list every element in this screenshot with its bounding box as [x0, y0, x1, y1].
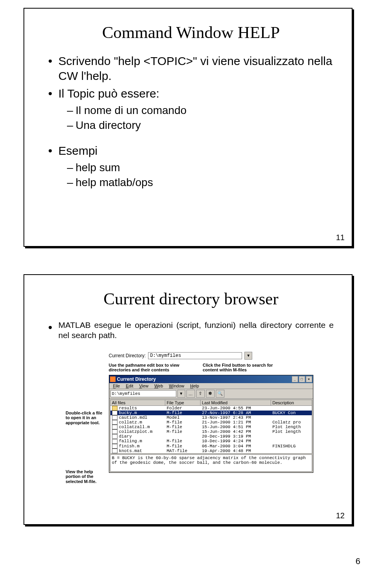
current-dir-label: Current Directory: — [109, 353, 146, 358]
file-row[interactable]: collatzall.mM-file15-Jun-2000 4:51 PMPlo… — [110, 425, 312, 429]
file-icon — [112, 439, 118, 444]
screenshot-mock: Current Directory: D:\mymfiles ▼ Use the… — [66, 352, 316, 473]
file-icon — [112, 429, 118, 434]
file-icon — [112, 434, 118, 439]
maximize-button[interactable]: □ — [299, 376, 305, 382]
file-row[interactable]: diary20-Dec-1999 3:19 PM — [110, 434, 312, 439]
current-directory-window: Current Directory _ □ × FileEditViewWebW… — [109, 375, 313, 473]
slide2-title: Current directory browser — [46, 289, 336, 308]
col-lastmod[interactable]: Last Modified — [201, 400, 271, 405]
file-row[interactable]: bucky.mM-file27-Nov-1997 6:28 AMBUCKY Co… — [110, 411, 312, 415]
up-folder-icon[interactable]: ⇧ — [196, 390, 205, 398]
file-icon — [112, 425, 118, 429]
close-button[interactable]: × — [306, 376, 312, 382]
slide1-sub3a: help sum — [67, 161, 336, 175]
current-dir-input[interactable]: D:\mymfiles — [148, 352, 242, 359]
minimize-button[interactable]: _ — [292, 376, 298, 382]
browse-button[interactable]: … — [186, 390, 195, 398]
file-icon — [112, 415, 118, 420]
page-number: 6 — [356, 556, 360, 566]
help-preview: B = BUCKY is the 60-by-60 sparse adjacen… — [110, 454, 312, 472]
top-callouts: Use the pathname edit box to view direct… — [109, 363, 316, 373]
file-icon — [112, 444, 118, 449]
col-filetype[interactable]: File Type — [165, 400, 201, 405]
slide1-bullet2-text: Il Topic può essere: — [58, 87, 159, 100]
slide2-number: 12 — [336, 511, 345, 520]
slide1-bullet3: Esempi help sum help matlab/ops — [48, 143, 336, 190]
slide2-bullet: MATLAB esegue le operazioni (script, fun… — [48, 320, 336, 341]
file-row[interactable]: falling.mM-file10-Dec-1999 4:24 PM — [110, 439, 312, 443]
slide1-sub2b: Una directory — [67, 118, 336, 132]
folder-icon — [112, 406, 118, 411]
slide1-sub2a: Il nome di un comando — [67, 103, 336, 118]
menu-web[interactable]: Web — [152, 384, 165, 388]
slide1-bullet2: Il Topic può essere: Il nome di un coman… — [48, 86, 336, 132]
window-title: Current Directory — [117, 376, 156, 382]
file-list: All files File Type Last Modified Descri… — [110, 400, 312, 454]
slide-1: Command Window HELP Scrivendo "help <TOP… — [24, 8, 352, 247]
toolbar: D:\mymfiles ▼ … ⇧ ✽ 🔍 — [109, 389, 313, 399]
new-folder-icon[interactable]: ✽ — [206, 390, 215, 398]
menu-view[interactable]: View — [137, 384, 151, 388]
col-allfiles[interactable]: All files — [110, 400, 165, 405]
menu-window[interactable]: Window — [166, 384, 186, 388]
file-row[interactable]: resultsFolder23-Jun-2000 4:55 PM — [110, 406, 312, 411]
window-titlebar: Current Directory _ □ × — [109, 375, 313, 383]
file-row[interactable]: finish.mM-file06-Mar-2000 3:04 PMFINISHD… — [110, 444, 312, 449]
current-dir-row: Current Directory: D:\mymfiles ▼ — [109, 352, 316, 360]
file-row[interactable]: knots.matMAT-file19-Apr-2000 4:48 PM — [110, 449, 312, 453]
menu-help[interactable]: Help — [188, 384, 201, 388]
menu-file[interactable]: File — [111, 384, 123, 388]
menu-edit[interactable]: Edit — [123, 384, 136, 388]
slide1-bullet1: Scrivendo "help <TOPIC>" vi viene visual… — [48, 54, 336, 83]
toolbar-path-input[interactable]: D:\mymfiles — [110, 390, 176, 397]
file-row[interactable]: collatzplot.mM-file15-Jun-2000 4:42 PMPl… — [110, 429, 312, 434]
current-dir-dropdown-icon[interactable]: ▼ — [244, 352, 252, 360]
file-icon — [112, 411, 118, 415]
slide-2: Current directory browser MATLAB esegue … — [24, 274, 352, 525]
callout-pathname: Use the pathname edit box to view direct… — [109, 363, 187, 373]
file-list-header: All files File Type Last Modified Descri… — [110, 400, 312, 406]
slide1-bullet3-text: Esempi — [58, 144, 98, 157]
slide1-sub3b: help matlab/ops — [67, 175, 336, 190]
col-desc[interactable]: Description — [271, 400, 312, 405]
callout-doubleclick: Double-click a file to open it in an app… — [66, 411, 105, 425]
toolbar-path-dropdown-icon[interactable]: ▼ — [177, 390, 185, 398]
slide1-number: 11 — [336, 233, 345, 242]
file-row[interactable]: collatz.mM-file21-Jun-2000 1:21 PMCollat… — [110, 420, 312, 425]
slide2-body: MATLAB esegue le operazioni (script, fun… — [58, 320, 334, 341]
find-icon[interactable]: 🔍 — [216, 390, 224, 398]
file-icon — [112, 420, 118, 425]
app-icon — [110, 376, 116, 382]
menubar: FileEditViewWebWindowHelp — [109, 383, 313, 389]
file-row[interactable]: caution.mdlModel13-Nov-1997 2:43 PM — [110, 415, 312, 420]
callout-find: Click the Find button to search for cont… — [203, 363, 281, 373]
file-icon — [112, 449, 118, 453]
slide1-title: Command Window HELP — [46, 23, 336, 42]
callout-viewhelp: View the help portion of the selected M-… — [66, 469, 105, 484]
